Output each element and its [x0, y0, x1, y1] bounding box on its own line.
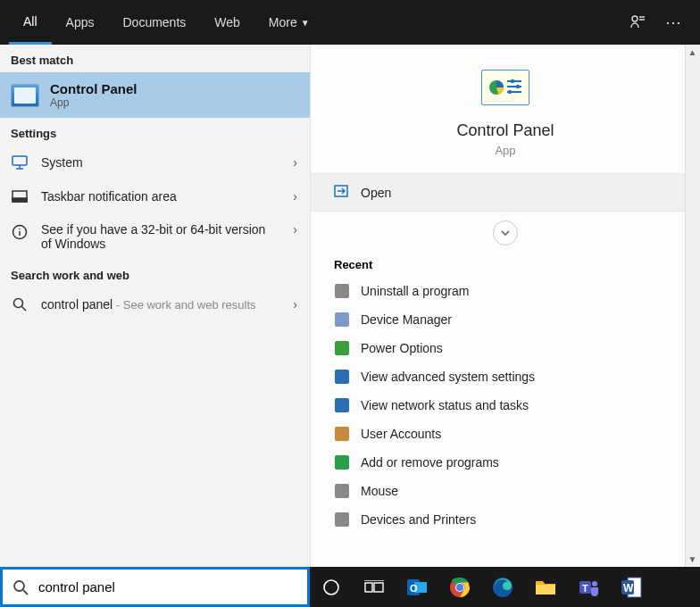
search-web-header: Search work and web — [0, 260, 310, 287]
recent-item-icon — [334, 483, 350, 499]
chevron-down-icon: ▼ — [301, 18, 310, 28]
search-web-hint: - See work and web results — [112, 298, 255, 312]
recent-item-label: View network status and tasks — [361, 398, 529, 412]
info-icon — [11, 224, 29, 240]
recent-item-icon — [334, 340, 350, 356]
preview-pane: Control Panel App Open Recent Uninstall … — [310, 45, 700, 567]
recent-item[interactable]: User Accounts — [311, 420, 700, 448]
recent-item[interactable]: View advanced system settings — [311, 362, 700, 391]
svg-rect-3 — [12, 198, 27, 202]
search-icon — [11, 296, 29, 312]
search-tabbar: All Apps Documents Web More ▼ ⋯ — [0, 0, 700, 45]
recent-item[interactable]: Device Manager — [311, 305, 700, 334]
recent-item[interactable]: Add or remove programs — [311, 448, 700, 477]
best-match-header: Best match — [0, 45, 310, 72]
taskbar-outlook[interactable]: O — [396, 567, 438, 607]
search-box[interactable] — [0, 567, 310, 607]
best-match-subtitle: App — [50, 96, 138, 109]
open-icon — [334, 185, 350, 200]
expand-button[interactable] — [493, 220, 518, 245]
recent-item-label: Uninstall a program — [361, 284, 469, 298]
svg-point-23 — [456, 584, 463, 591]
svg-rect-25 — [536, 585, 555, 595]
recent-item[interactable]: Uninstall a program — [311, 277, 700, 305]
recent-item-icon — [334, 369, 350, 385]
taskbar-chrome[interactable] — [438, 567, 481, 607]
svg-text:T: T — [582, 583, 588, 594]
tab-more[interactable]: More ▼ — [254, 0, 324, 45]
tab-web[interactable]: Web — [200, 0, 254, 45]
recent-item-icon — [334, 312, 350, 328]
recent-item-label: User Accounts — [361, 427, 441, 441]
tab-more-label: More — [269, 15, 297, 29]
scrollbar[interactable]: ▲ ▼ — [685, 45, 700, 567]
recent-header: Recent — [311, 254, 700, 277]
ellipsis-icon[interactable]: ⋯ — [655, 0, 691, 45]
search-icon — [3, 579, 38, 595]
tab-apps[interactable]: Apps — [52, 0, 109, 45]
cortana-icon[interactable] — [310, 567, 353, 607]
recent-item-label: Device Manager — [361, 312, 452, 327]
recent-item-label: Power Options — [361, 341, 443, 355]
svg-text:W: W — [623, 582, 634, 595]
best-match-title: Control Panel — [50, 81, 138, 96]
taskbar-file-explorer[interactable] — [524, 567, 567, 607]
recent-item[interactable]: Mouse — [311, 477, 700, 505]
recent-item[interactable]: Power Options — [311, 334, 700, 362]
svg-point-10 — [511, 79, 514, 83]
chevron-right-icon: › — [293, 155, 297, 170]
chevron-right-icon: › — [293, 297, 297, 312]
search-web-item[interactable]: control panel - See work and web results… — [0, 287, 310, 321]
task-view-icon[interactable] — [353, 567, 396, 607]
svg-rect-16 — [365, 583, 372, 592]
svg-point-15 — [324, 580, 338, 595]
settings-item-taskbar[interactable]: Taskbar notification area › — [0, 179, 310, 213]
monitor-icon — [11, 154, 29, 170]
svg-point-5 — [14, 299, 23, 308]
svg-rect-17 — [374, 583, 383, 592]
tab-all[interactable]: All — [9, 0, 52, 45]
svg-point-0 — [632, 16, 638, 21]
scroll-up-icon[interactable]: ▲ — [685, 45, 700, 60]
chevron-right-icon: › — [293, 189, 297, 204]
settings-item-system[interactable]: System › — [0, 146, 310, 179]
taskbar-icon — [11, 188, 29, 204]
search-input[interactable] — [38, 579, 307, 595]
search-web-label: control panel — [41, 297, 112, 312]
svg-point-11 — [516, 85, 520, 88]
settings-header: Settings — [0, 118, 310, 146]
recent-item-label: Devices and Printers — [361, 512, 476, 527]
svg-rect-1 — [12, 156, 27, 165]
chevron-right-icon: › — [293, 222, 297, 237]
recent-item-icon — [334, 397, 350, 413]
preview-title: Control Panel — [329, 121, 682, 140]
svg-point-14 — [14, 581, 24, 591]
svg-point-27 — [592, 581, 597, 586]
svg-point-12 — [508, 90, 512, 94]
recent-item[interactable]: Devices and Printers — [311, 505, 700, 534]
recent-item[interactable]: View network status and tasks — [311, 391, 700, 420]
preview-type: App — [329, 144, 682, 157]
best-match-result[interactable]: Control Panel App — [0, 72, 310, 118]
feedback-icon[interactable] — [620, 0, 655, 45]
recent-item-label: Mouse — [361, 484, 398, 498]
taskbar: O T W — [310, 567, 700, 607]
open-label: Open — [361, 186, 391, 200]
recent-item-icon — [334, 454, 350, 470]
scroll-down-icon[interactable]: ▼ — [685, 552, 700, 567]
taskbar-edge[interactable] — [481, 567, 524, 607]
tab-documents[interactable]: Documents — [108, 0, 200, 45]
recent-item-icon — [334, 511, 350, 528]
settings-item-label: See if you have a 32-bit or 64-bit versi… — [41, 222, 273, 251]
taskbar-word[interactable]: W — [610, 567, 653, 607]
recent-item-icon — [334, 283, 350, 299]
recent-item-icon — [334, 426, 350, 442]
control-panel-icon — [11, 84, 39, 107]
svg-text:O: O — [410, 583, 418, 594]
recent-item-label: Add or remove programs — [361, 455, 499, 470]
open-action[interactable]: Open — [311, 173, 700, 212]
settings-item-label: Taskbar notification area — [41, 189, 177, 204]
taskbar-teams[interactable]: T — [567, 567, 610, 607]
settings-item-bitversion[interactable]: See if you have a 32-bit or 64-bit versi… — [0, 213, 310, 260]
control-panel-large-icon — [481, 70, 529, 105]
